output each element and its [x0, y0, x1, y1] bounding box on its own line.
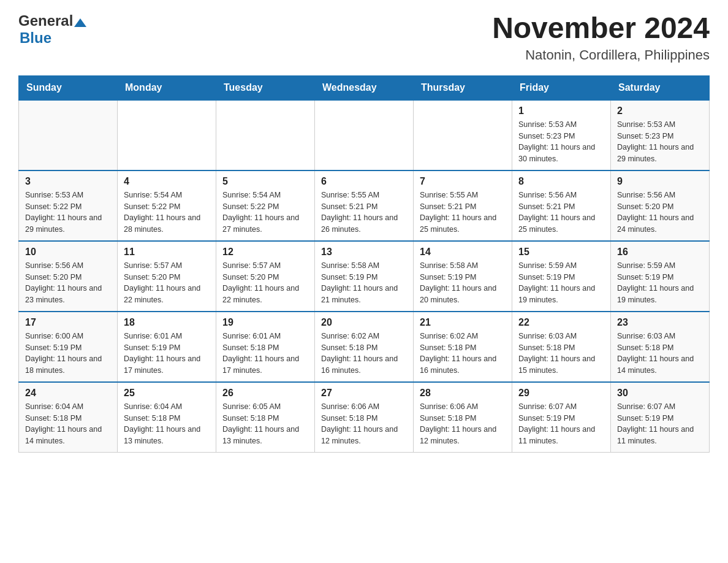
day-cell: 2Sunrise: 5:53 AMSunset: 5:23 PMDaylight…	[611, 100, 710, 170]
day-cell	[216, 100, 315, 170]
weekday-header-saturday: Saturday	[611, 75, 710, 100]
day-info: Sunrise: 6:05 AMSunset: 5:18 PMDaylight:…	[222, 401, 308, 447]
day-number: 15	[518, 247, 604, 258]
day-info: Sunrise: 5:59 AMSunset: 5:19 PMDaylight:…	[617, 260, 703, 306]
day-cell: 28Sunrise: 6:06 AMSunset: 5:18 PMDayligh…	[414, 382, 512, 453]
day-info: Sunrise: 6:07 AMSunset: 5:19 PMDaylight:…	[617, 401, 703, 447]
day-number: 29	[518, 388, 604, 399]
day-info: Sunrise: 6:03 AMSunset: 5:18 PMDaylight:…	[518, 331, 604, 377]
day-number: 11	[124, 247, 210, 258]
day-cell: 30Sunrise: 6:07 AMSunset: 5:19 PMDayligh…	[611, 382, 710, 453]
day-info: Sunrise: 5:56 AMSunset: 5:21 PMDaylight:…	[518, 190, 604, 236]
day-info: Sunrise: 6:04 AMSunset: 5:18 PMDaylight:…	[124, 401, 210, 447]
day-cell: 12Sunrise: 5:57 AMSunset: 5:20 PMDayligh…	[216, 241, 315, 312]
calendar-table: SundayMondayTuesdayWednesdayThursdayFrid…	[18, 75, 710, 453]
day-cell: 11Sunrise: 5:57 AMSunset: 5:20 PMDayligh…	[118, 241, 216, 312]
day-cell: 19Sunrise: 6:01 AMSunset: 5:18 PMDayligh…	[216, 312, 315, 382]
logo-general-text: General	[18, 12, 73, 29]
day-cell: 18Sunrise: 6:01 AMSunset: 5:19 PMDayligh…	[118, 312, 216, 382]
day-number: 8	[518, 176, 604, 187]
day-cell: 20Sunrise: 6:02 AMSunset: 5:18 PMDayligh…	[315, 312, 414, 382]
weekday-header-wednesday: Wednesday	[315, 75, 414, 100]
location-title: Natonin, Cordillera, Philippines	[492, 47, 710, 63]
day-number: 27	[321, 388, 407, 399]
day-number: 14	[420, 247, 506, 258]
day-cell: 8Sunrise: 5:56 AMSunset: 5:21 PMDaylight…	[512, 170, 611, 241]
day-cell: 5Sunrise: 5:54 AMSunset: 5:22 PMDaylight…	[216, 170, 315, 241]
day-cell: 7Sunrise: 5:55 AMSunset: 5:21 PMDaylight…	[414, 170, 512, 241]
day-cell: 15Sunrise: 5:59 AMSunset: 5:19 PMDayligh…	[512, 241, 611, 312]
day-info: Sunrise: 6:01 AMSunset: 5:18 PMDaylight:…	[222, 331, 308, 377]
day-cell: 1Sunrise: 5:53 AMSunset: 5:23 PMDaylight…	[512, 100, 611, 170]
day-cell	[118, 100, 216, 170]
day-info: Sunrise: 6:01 AMSunset: 5:19 PMDaylight:…	[124, 331, 210, 377]
day-cell: 29Sunrise: 6:07 AMSunset: 5:19 PMDayligh…	[512, 382, 611, 453]
day-info: Sunrise: 5:53 AMSunset: 5:23 PMDaylight:…	[617, 119, 703, 165]
month-title: November 2024	[492, 12, 710, 45]
day-info: Sunrise: 5:54 AMSunset: 5:22 PMDaylight:…	[124, 190, 210, 236]
day-info: Sunrise: 5:53 AMSunset: 5:22 PMDaylight:…	[25, 190, 111, 236]
day-info: Sunrise: 6:07 AMSunset: 5:19 PMDaylight:…	[518, 401, 604, 447]
day-info: Sunrise: 5:55 AMSunset: 5:21 PMDaylight:…	[420, 190, 506, 236]
day-info: Sunrise: 5:56 AMSunset: 5:20 PMDaylight:…	[25, 260, 111, 306]
header: General Blue November 2024 Natonin, Cord…	[18, 12, 710, 63]
day-info: Sunrise: 6:00 AMSunset: 5:19 PMDaylight:…	[25, 331, 111, 377]
day-cell: 4Sunrise: 5:54 AMSunset: 5:22 PMDaylight…	[118, 170, 216, 241]
day-info: Sunrise: 5:58 AMSunset: 5:19 PMDaylight:…	[321, 260, 407, 306]
day-number: 12	[222, 247, 308, 258]
weekday-header-row: SundayMondayTuesdayWednesdayThursdayFrid…	[19, 75, 710, 100]
day-number: 1	[518, 105, 604, 117]
day-number: 5	[222, 176, 308, 187]
day-info: Sunrise: 5:56 AMSunset: 5:20 PMDaylight:…	[617, 190, 703, 236]
logo-blue-text: Blue	[20, 29, 51, 46]
day-number: 4	[124, 176, 210, 187]
day-number: 22	[518, 317, 604, 328]
day-cell: 23Sunrise: 6:03 AMSunset: 5:18 PMDayligh…	[611, 312, 710, 382]
day-cell: 14Sunrise: 5:58 AMSunset: 5:19 PMDayligh…	[414, 241, 512, 312]
weekday-header-thursday: Thursday	[414, 75, 512, 100]
day-number: 19	[222, 317, 308, 328]
day-number: 16	[617, 247, 703, 258]
weekday-header-sunday: Sunday	[19, 75, 118, 100]
day-number: 13	[321, 247, 407, 258]
day-info: Sunrise: 5:59 AMSunset: 5:19 PMDaylight:…	[518, 260, 604, 306]
day-number: 3	[25, 176, 111, 187]
day-cell: 10Sunrise: 5:56 AMSunset: 5:20 PMDayligh…	[19, 241, 118, 312]
week-row-2: 3Sunrise: 5:53 AMSunset: 5:22 PMDaylight…	[19, 170, 710, 241]
day-cell	[414, 100, 512, 170]
day-info: Sunrise: 5:53 AMSunset: 5:23 PMDaylight:…	[518, 119, 604, 165]
day-cell: 17Sunrise: 6:00 AMSunset: 5:19 PMDayligh…	[19, 312, 118, 382]
day-info: Sunrise: 6:02 AMSunset: 5:18 PMDaylight:…	[321, 331, 407, 377]
week-row-5: 24Sunrise: 6:04 AMSunset: 5:18 PMDayligh…	[19, 382, 710, 453]
day-cell: 22Sunrise: 6:03 AMSunset: 5:18 PMDayligh…	[512, 312, 611, 382]
day-number: 30	[617, 388, 703, 399]
day-cell: 27Sunrise: 6:06 AMSunset: 5:18 PMDayligh…	[315, 382, 414, 453]
day-cell: 6Sunrise: 5:55 AMSunset: 5:21 PMDaylight…	[315, 170, 414, 241]
day-number: 2	[617, 105, 703, 117]
weekday-header-friday: Friday	[512, 75, 611, 100]
day-info: Sunrise: 6:03 AMSunset: 5:18 PMDaylight:…	[617, 331, 703, 377]
day-number: 24	[25, 388, 111, 399]
day-info: Sunrise: 5:58 AMSunset: 5:19 PMDaylight:…	[420, 260, 506, 306]
day-number: 26	[222, 388, 308, 399]
day-number: 10	[25, 247, 111, 258]
day-cell: 21Sunrise: 6:02 AMSunset: 5:18 PMDayligh…	[414, 312, 512, 382]
day-info: Sunrise: 5:57 AMSunset: 5:20 PMDaylight:…	[124, 260, 210, 306]
day-cell: 9Sunrise: 5:56 AMSunset: 5:20 PMDaylight…	[611, 170, 710, 241]
day-number: 6	[321, 176, 407, 187]
day-info: Sunrise: 6:06 AMSunset: 5:18 PMDaylight:…	[321, 401, 407, 447]
week-row-4: 17Sunrise: 6:00 AMSunset: 5:19 PMDayligh…	[19, 312, 710, 382]
day-cell: 25Sunrise: 6:04 AMSunset: 5:18 PMDayligh…	[118, 382, 216, 453]
weekday-header-monday: Monday	[118, 75, 216, 100]
day-cell: 26Sunrise: 6:05 AMSunset: 5:18 PMDayligh…	[216, 382, 315, 453]
day-info: Sunrise: 6:02 AMSunset: 5:18 PMDaylight:…	[420, 331, 506, 377]
day-number: 21	[420, 317, 506, 328]
day-cell: 16Sunrise: 5:59 AMSunset: 5:19 PMDayligh…	[611, 241, 710, 312]
day-number: 17	[25, 317, 111, 328]
day-info: Sunrise: 5:54 AMSunset: 5:22 PMDaylight:…	[222, 190, 308, 236]
title-area: November 2024 Natonin, Cordillera, Phili…	[492, 12, 710, 63]
day-info: Sunrise: 5:55 AMSunset: 5:21 PMDaylight:…	[321, 190, 407, 236]
day-info: Sunrise: 5:57 AMSunset: 5:20 PMDaylight:…	[222, 260, 308, 306]
day-number: 23	[617, 317, 703, 328]
week-row-3: 10Sunrise: 5:56 AMSunset: 5:20 PMDayligh…	[19, 241, 710, 312]
